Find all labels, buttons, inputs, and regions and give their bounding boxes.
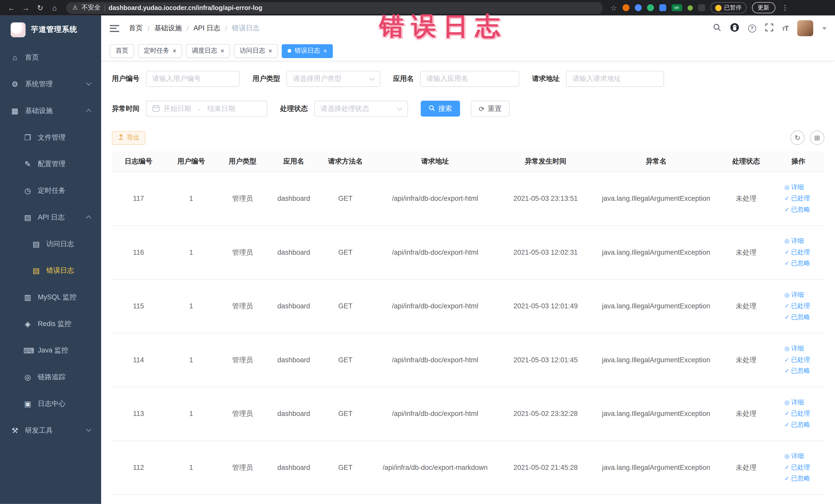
actions-cell: ◎详细 ✓已处理 ✓已忽略 [772,333,824,387]
extension-icon[interactable] [687,5,693,11]
extension-on-icon[interactable]: on [671,4,682,11]
column-settings-button[interactable]: ⊞ [810,130,824,145]
export-button[interactable]: 导出 [112,131,145,144]
search-button[interactable]: 搜索 [421,101,460,117]
document-icon: ▤ [32,266,40,275]
request-url-input[interactable]: 请输入请求地址 [566,71,664,87]
col-header: 用户类型 [217,151,268,172]
extension-icon[interactable] [698,4,705,11]
sidebar-item-home[interactable]: ⌂ 首页 [0,44,101,71]
help-icon[interactable]: ? [748,24,756,32]
table-cell: /api/infra/db-doc/export-html [371,279,499,333]
back-icon[interactable]: ← [5,2,18,14]
close-icon[interactable]: × [268,48,272,54]
detail-link[interactable]: ◎详细 [785,237,804,245]
page-content: 用户编号 请输入用户编号 用户类型 请选择用户类型 应用名 请输入应用名 [101,61,835,495]
browser-menu-icon[interactable]: ⋮ [781,4,789,12]
detail-link[interactable]: ◎详细 [785,398,804,407]
logo[interactable]: 芋道管理系统 [0,15,101,44]
sidebar-item-system-mgmt[interactable]: ⚙ 系统管理 [0,71,101,98]
reload-icon[interactable]: ↻ [34,2,46,14]
check-icon: ✓ [785,421,789,428]
sidebar-item-log-center[interactable]: ▣ 日志中心 [0,390,101,417]
github-icon[interactable] [730,23,739,34]
mark-ignored-link[interactable]: ✓已忽略 [785,205,810,214]
extension-icon[interactable] [647,4,654,11]
breadcrumb-item[interactable]: 首页 [129,23,143,33]
sidebar-item-api-logs[interactable]: ▤ API 日志 [0,204,101,231]
eye-icon: ◎ [785,399,790,406]
close-icon[interactable]: × [323,48,327,54]
sidebar-item-error-log[interactable]: ▤ 错误日志 [0,257,101,284]
breadcrumb-item[interactable]: API 日志 [194,23,221,33]
sidebar-item-infrastructure[interactable]: ▦ 基础设施 [0,98,101,124]
col-header: 日志编号 [112,151,165,172]
mark-processed-link[interactable]: ✓已处理 [785,194,810,203]
user-avatar[interactable] [797,20,813,36]
file-icon: ❐ [23,133,32,142]
export-icon [118,134,124,142]
process-status-select[interactable]: 请选择处理状态 [314,101,408,117]
sidebar-item-redis-monitor[interactable]: ◈ Redis 监控 [0,311,101,337]
forward-icon[interactable]: → [20,2,32,14]
address-bar[interactable]: ⚠ 不安全 dashboard.yudao.iocoder.cn/infra/l… [66,2,603,14]
detail-link[interactable]: ◎详细 [785,451,804,461]
table-cell: 未处理 [720,225,772,279]
mark-processed-link[interactable]: ✓已处理 [785,409,810,418]
tab-home[interactable]: 首页 [109,44,134,58]
date-range-picker[interactable]: 开始日期 - 结束日期 [146,101,267,117]
paused-badge[interactable]: 已暂停 [710,2,747,13]
detail-link[interactable]: ◎详细 [785,290,804,299]
hamburger-icon[interactable] [109,25,119,32]
sidebar-item-cron-jobs[interactable]: ◷ 定时任务 [0,177,101,204]
search-icon[interactable] [713,23,721,33]
avatar-caret-icon[interactable] [822,27,827,29]
sidebar-item-mysql-monitor[interactable]: ▥ MySQL 监控 [0,284,101,311]
extension-icon[interactable] [659,4,666,11]
mark-ignored-link[interactable]: ✓已忽略 [785,366,810,375]
request-url-label: 请求地址 [532,74,560,83]
update-button[interactable]: 更新 [752,2,775,13]
mark-ignored-link[interactable]: ✓已忽略 [785,420,810,429]
process-status-label: 处理状态 [280,104,308,114]
bookmark-star-icon[interactable]: ☆ [610,3,617,12]
breadcrumb-item[interactable]: 基础设施 [154,23,182,33]
tab-error-log[interactable]: 错误日志 × [282,44,333,58]
detail-link[interactable]: ◎详细 [785,183,804,192]
sidebar-item-dev-tools[interactable]: ⚒ 研发工具 [0,417,101,444]
sidebar-item-file-mgmt[interactable]: ❐ 文件管理 [0,124,101,151]
tab-access-log[interactable]: 访问日志 × [234,44,278,58]
font-size-icon[interactable]: TT [782,24,788,32]
sidebar-item-tracing[interactable]: ◎ 链路追踪 [0,364,101,390]
mark-processed-link[interactable]: ✓已处理 [785,355,810,364]
detail-link[interactable]: ◎详细 [785,344,804,353]
extension-icon[interactable] [622,4,629,11]
redis-icon: ◈ [23,320,32,328]
mark-processed-link[interactable]: ✓已处理 [785,248,810,257]
tab-cron-jobs[interactable]: 定时任务 × [138,44,182,58]
table-cell: 116 [112,225,165,279]
eye-icon: ◎ [785,345,790,352]
mark-ignored-link[interactable]: ✓已忽略 [785,313,810,322]
reset-button[interactable]: ⟳ 重置 [471,101,510,117]
mark-processed-link[interactable]: ✓已处理 [785,301,810,310]
sidebar-item-java-monitor[interactable]: ⌨ Java 监控 [0,337,101,364]
sidebar-item-config-mgmt[interactable]: ✎ 配置管理 [0,151,101,177]
refresh-button[interactable]: ↻ [790,130,805,145]
home-icon[interactable]: ⌂ [48,2,61,14]
app-name-input[interactable]: 请输入应用名 [420,71,519,87]
user-id-input[interactable]: 请输入用户编号 [146,71,240,87]
sidebar-item-label: 文件管理 [38,133,65,142]
close-icon[interactable]: × [172,48,176,54]
close-icon[interactable]: × [221,48,224,54]
sidebar-item-access-log[interactable]: ▤ 访问日志 [0,230,101,257]
table-cell: java.lang.IllegalArgumentException [592,225,720,279]
extension-icon[interactable] [634,4,641,11]
check-icon: ✓ [785,464,789,471]
tab-dispatch-log[interactable]: 调度日志 × [186,44,230,58]
mark-ignored-link[interactable]: ✓已忽略 [785,259,810,268]
mark-processed-link[interactable]: ✓已处理 [785,463,810,472]
user-type-select[interactable]: 请选择用户类型 [286,71,380,87]
fullscreen-icon[interactable] [765,23,773,33]
mark-ignored-link[interactable]: ✓已忽略 [785,474,810,483]
